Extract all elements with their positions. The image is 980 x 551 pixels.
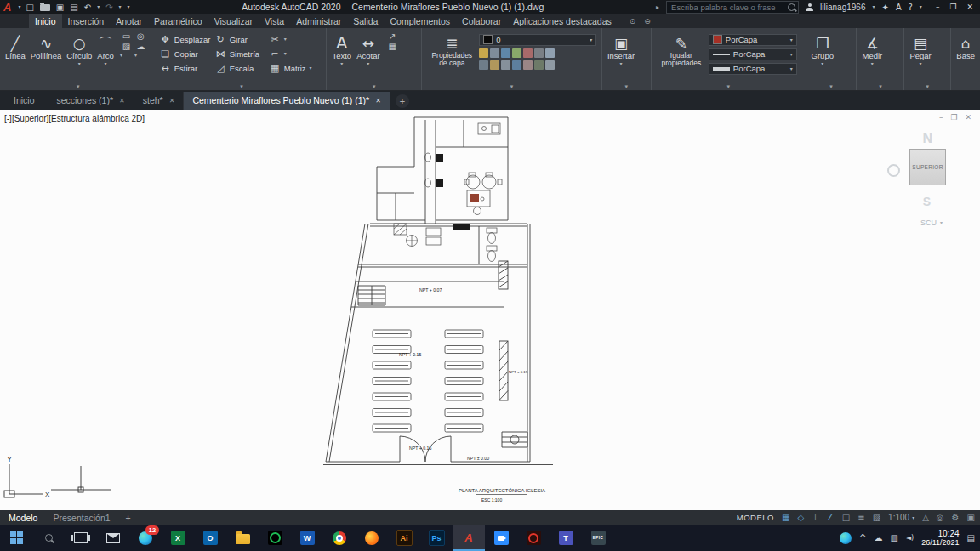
tool-texto[interactable]: A Texto ▾ (329, 31, 354, 66)
isolate-objects-icon[interactable]: ◎ (937, 514, 944, 522)
clean-screen-icon[interactable]: ▣ (967, 514, 975, 522)
panel-expand-icon[interactable]: ▾ (240, 84, 243, 90)
tab-inicio[interactable]: Inicio (29, 14, 62, 28)
layout-tab[interactable]: Presentación1 (49, 513, 113, 523)
annotation-scale-control[interactable]: 1:100 ▾ (888, 513, 914, 522)
zoom-app-button[interactable] (485, 525, 517, 551)
layer-tool-icon[interactable] (534, 48, 544, 58)
insert-block-button[interactable]: ▣ Insertar ▾ (605, 31, 637, 66)
plot-icon[interactable]: ▤ (70, 3, 77, 12)
tab-vista[interactable]: Vista (259, 14, 290, 28)
group-button[interactable]: ❐ Grupo ▾ (809, 31, 836, 66)
illustrator-app-button[interactable]: Ai (388, 525, 420, 551)
search-input[interactable] (669, 2, 788, 13)
lineweight-icon[interactable]: ≡ (858, 514, 864, 522)
firefox-app-button[interactable] (356, 525, 388, 551)
chevron-down-icon[interactable]: ▾ (367, 61, 369, 66)
tray-expand-chevron-icon[interactable]: ^ (859, 533, 866, 542)
autodesk-app-icon[interactable]: A (896, 3, 902, 12)
chevron-down-icon[interactable]: ▾ (821, 61, 823, 66)
layer-tool-icon[interactable] (512, 48, 521, 58)
tool-estirar[interactable]: ↔Estirar (160, 63, 214, 74)
close-icon[interactable]: ✕ (119, 97, 125, 105)
tab-parametrico[interactable]: Paramétrico (148, 14, 208, 28)
redo-icon[interactable]: ↷ (105, 3, 112, 12)
tool-escala[interactable]: ◿Escala (215, 63, 268, 74)
teams-app-button[interactable]: T (550, 525, 582, 551)
doc-close-icon[interactable]: ✕ (965, 113, 971, 122)
user-caret-icon[interactable]: ▾ (872, 4, 875, 9)
panel-expand-icon[interactable]: ▾ (373, 84, 376, 90)
linetype-dropdown[interactable]: PorCapa ▾ (709, 48, 797, 60)
layer-tool-icon[interactable] (501, 60, 510, 70)
onedrive-cloud-icon[interactable]: ☁ (874, 533, 882, 542)
file-tab-secciones[interactable]: secciones (1)* ✕ (48, 92, 134, 110)
tab-visualizar[interactable]: Visualizar (208, 14, 259, 28)
taskbar-clock[interactable]: 10:24 26/11/2021 (921, 530, 959, 547)
taskbar-search-button[interactable] (32, 525, 65, 551)
word-app-button[interactable]: W (291, 525, 323, 551)
rectangle-icon[interactable]: ▭ (120, 32, 133, 41)
hatch-icon[interactable]: ▨ (120, 43, 133, 51)
paste-button[interactable]: ▤ Pegar ▾ (907, 31, 933, 66)
leader-icon[interactable]: ↗ (386, 32, 399, 41)
measure-button[interactable]: ∡ Medir ▾ (859, 31, 885, 66)
edge-tray-icon[interactable] (840, 532, 852, 544)
chevron-down-icon[interactable]: ▾ (920, 61, 922, 66)
close-button[interactable]: ✕ (966, 3, 973, 11)
tool-copiar[interactable]: ❏Copiar (160, 48, 214, 60)
viewcube-north-label[interactable]: N (922, 131, 932, 146)
chevron-down-icon[interactable]: ▾ (78, 61, 81, 66)
layer-tool-icon[interactable] (490, 48, 499, 58)
chevron-down-icon[interactable]: ▾ (620, 61, 623, 66)
doc-minimize-icon[interactable]: – (939, 113, 943, 122)
drawing-canvas[interactable]: Y X NPT + 0.07 NPT + 0.15 NPT + 0.15 NPT… (0, 110, 980, 510)
promotions-icon[interactable]: ✦ (881, 3, 888, 12)
file-tab-steh[interactable]: steh* ✕ (134, 92, 185, 110)
chevron-down-icon[interactable]: ▾ (120, 53, 133, 58)
layer-tool-icon[interactable] (545, 60, 555, 70)
layer-tool-icon[interactable] (523, 60, 533, 70)
tab-colaborar[interactable]: Colaborar (456, 14, 507, 28)
layer-tool-icon[interactable] (534, 60, 544, 70)
panel-expand-icon[interactable]: ▾ (510, 84, 514, 90)
tool-circulo[interactable]: ○ Círculo ▾ (64, 31, 94, 66)
chevron-down-icon[interactable]: ▾ (134, 53, 147, 58)
panel-expand-icon[interactable]: ▾ (879, 84, 882, 90)
polar-icon[interactable]: ∠ (827, 514, 835, 522)
close-icon[interactable]: ✕ (375, 97, 381, 105)
tool-matriz[interactable]: ▦Matriz▾ (270, 63, 319, 74)
edge-app-button[interactable]: 12 (129, 525, 162, 551)
ellipse-icon[interactable]: ◎ (134, 32, 147, 41)
tool-arco[interactable]: ⌒ Arco ▾ (94, 31, 117, 66)
search-box[interactable] (666, 1, 799, 14)
photoshop-app-button[interactable]: Ps (420, 525, 453, 551)
task-view-button[interactable] (65, 525, 97, 551)
tool-polilinea[interactable]: ∿ Polilínea (28, 31, 64, 60)
tool-desplazar[interactable]: ✥Desplazar (160, 34, 214, 45)
mail-app-button[interactable] (97, 525, 129, 551)
object-color-dropdown[interactable]: PorCapa ▾ (709, 34, 797, 46)
tab-salida[interactable]: Salida (347, 14, 384, 28)
outlook-app-button[interactable]: O (194, 525, 226, 551)
speaker-icon[interactable]: ◄) (906, 534, 914, 542)
chevron-down-icon[interactable]: ▾ (105, 61, 107, 66)
undo-caret-icon[interactable]: ▾ (97, 4, 100, 9)
display-tray-icon[interactable]: ▥ (890, 533, 897, 542)
revision-cloud-icon[interactable]: ☁ (134, 43, 147, 51)
grid-icon[interactable]: ▦ (782, 514, 789, 522)
performance-icon[interactable]: ⊙ (630, 17, 636, 26)
excel-app-button[interactable]: X (162, 525, 194, 551)
start-button[interactable] (0, 525, 32, 551)
ortho-icon[interactable]: ⊥ (812, 514, 819, 522)
layer-tool-icon[interactable] (501, 48, 510, 58)
user-icon[interactable] (806, 3, 813, 11)
file-explorer-button[interactable] (226, 525, 259, 551)
new-file-icon[interactable]: □ (26, 3, 33, 12)
tab-aplicaciones[interactable]: Aplicaciones destacadas (507, 14, 618, 28)
tab-insercion[interactable]: Inserción (62, 14, 111, 28)
transparency-icon[interactable]: ▨ (873, 514, 880, 522)
layer-properties-button[interactable]: ≣ Propiedades de capa (424, 31, 479, 68)
match-properties-button[interactable]: ✎ Igualar propiedades (654, 31, 709, 68)
tab-complementos[interactable]: Complementos (384, 14, 456, 28)
